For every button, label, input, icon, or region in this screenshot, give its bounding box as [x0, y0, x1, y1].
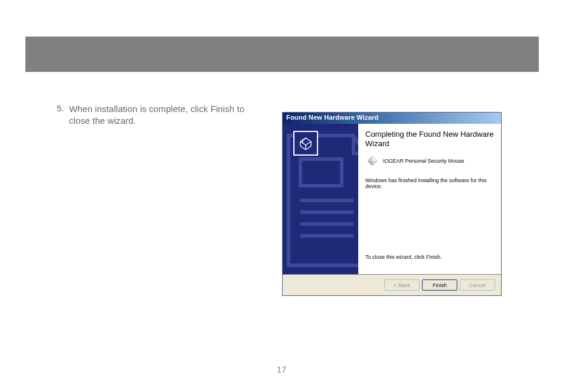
finished-message: Windows has finished installing the soft… — [365, 177, 494, 189]
dialog-body: Completing the Found New Hardware Wizard… — [283, 124, 501, 274]
dialog-sidebar-graphic — [283, 124, 358, 274]
close-instruction-text: To close this wizard, click Finish. — [365, 254, 494, 260]
page-number: 17 — [277, 364, 287, 374]
back-button: < Back — [384, 279, 420, 291]
device-chip-icon — [366, 155, 378, 167]
dialog-titlebar: Found New Hardware Wizard — [283, 113, 501, 124]
svg-marker-7 — [368, 161, 372, 166]
header-bar — [25, 37, 539, 72]
device-name-label: IOGEAR Personal Security Mouse — [383, 158, 464, 164]
finish-button[interactable]: Finish — [422, 279, 457, 291]
dialog-button-row: < Back Finish Cancel — [283, 275, 501, 295]
step-text: When installation is complete, click Fin… — [69, 103, 266, 126]
step-number: 5. — [56, 103, 64, 126]
svg-rect-0 — [300, 159, 342, 186]
dialog-content: Completing the Found New Hardware Wizard… — [358, 124, 501, 274]
cancel-button: Cancel — [460, 279, 495, 291]
instruction-step: 5. When installation is complete, click … — [56, 103, 266, 126]
dialog-heading: Completing the Found New Hardware Wizard — [365, 130, 494, 149]
wizard-hardware-icon — [293, 131, 318, 156]
svg-marker-6 — [372, 156, 377, 161]
device-row: IOGEAR Personal Security Mouse — [366, 155, 494, 167]
hardware-wizard-dialog: Found New Hardware Wizard — [282, 112, 502, 296]
